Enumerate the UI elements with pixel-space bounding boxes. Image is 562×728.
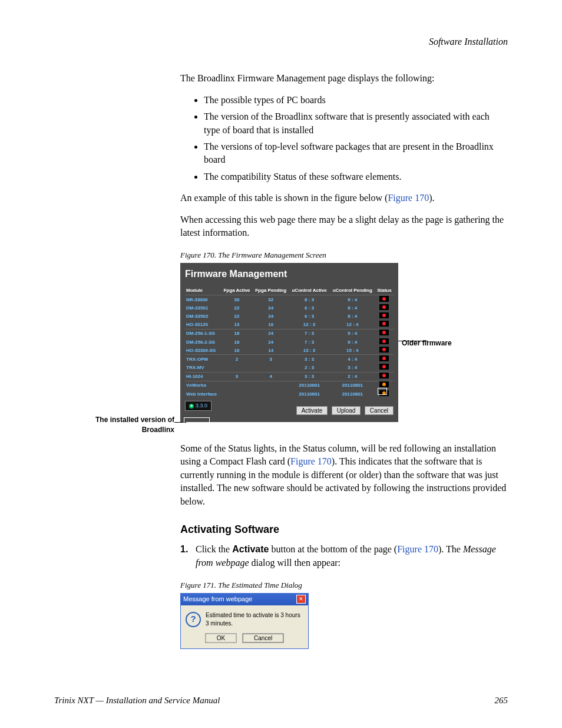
col-fpga-pending: Fpga Pending [253,286,289,295]
status-dot-icon [382,340,386,343]
figure-170-link[interactable]: Figure 170 [290,456,332,466]
status-dot-icon [382,374,386,377]
status-indicator [379,373,389,378]
footer-text: Trinix NXT — Installation and Service Ma… [54,694,220,707]
delay-paragraph: When accessing this web page there may b… [180,213,508,240]
status-dot-icon [382,322,386,325]
callout-installed-version: The installed version of Broadlinx [80,415,174,435]
status-indicator [379,321,389,327]
status-indicator [379,296,389,302]
status-indicator [379,390,389,396]
col-status: Status [375,286,394,295]
table-row: TRX-OPM233 : 34 : 4 [185,355,394,364]
dialog-message: Estimated time to activate is 3 hours 3 … [206,611,303,628]
highlight-box [184,417,210,426]
list-item: The compatibility Status of these softwa… [204,170,508,183]
status-indicator [379,312,389,318]
callout-older-firmware: Older firmware [402,338,496,348]
col-fpga-active: Fpga Active [221,286,252,295]
table-row: NR-3300030328 : 39 : 4 [185,295,394,304]
cancel-button[interactable]: Cancel [365,406,394,415]
table-row: DM-256-2-3G18247 : 39 : 4 [185,338,394,346]
status-dot-icon [382,331,386,334]
intro-paragraph: The Broadlinx Firmware Management page d… [180,72,508,85]
status-indicator [379,338,389,344]
activate-label: Activate [232,544,269,554]
status-dot-icon [382,314,386,317]
status-indicator [379,381,389,387]
status-dot-icon [382,297,386,301]
status-indicator [379,304,389,310]
question-icon: ? [186,612,201,627]
status-dot-icon [382,357,386,360]
dialog-title: Message from webpage [183,595,252,604]
table-row: Web Interface2011080120110801 [185,390,394,398]
firmware-management-panel: Firmware Management Module Fpga Active F… [180,263,398,422]
plus-icon: + [189,404,194,409]
step-number: 1. [180,543,196,569]
status-dot-icon [382,305,386,309]
table-row: DM-256-1-3G18247 : 39 : 4 [185,329,394,338]
col-ucontrol-active: uControl Active [289,286,330,295]
page-number: 265 [495,694,508,707]
example-paragraph: An example of this table is shown in the… [180,192,508,205]
table-row: TRX-MV2 : 33 : 4 [185,364,394,373]
list-item: The versions of top-level software packa… [204,140,508,167]
status-dot-icon [382,391,386,395]
list-item: The possible types of PC boards [204,94,508,107]
panel-title: Firmware Management [185,268,394,281]
col-module: Module [185,286,221,295]
close-icon[interactable]: ✕ [296,595,306,604]
status-indicator [379,364,389,370]
table-row: HO-33300-3G101413 : 315 : 4 [185,346,394,355]
table-row: VxWorks2011080120110801 [185,381,394,390]
figure-171-caption: Figure 171. The Estimated Time Dialog [180,580,508,591]
message-dialog: Message from webpage ✕ ? Estimated time … [180,593,309,648]
running-header: Software Installation [54,35,508,48]
status-indicator [379,330,389,335]
version-badge: +3.3.0 [185,401,211,411]
table-row: HI-1024343 : 32 : 4 [185,372,394,381]
activating-software-heading: Activating Software [180,522,508,537]
status-dot-icon [382,383,386,386]
callout-line [174,422,186,423]
figure-170-link[interactable]: Figure 170 [397,544,438,554]
status-indicator [379,347,389,353]
dialog-ok-button[interactable]: OK [206,634,236,643]
firmware-table: Module Fpga Active Fpga Pending uControl… [185,286,394,398]
step-1-text: Click the Activate button at the bottom … [196,543,508,569]
status-dot-icon [382,348,386,351]
figure-170-link[interactable]: Figure 170 [388,193,429,203]
table-row: DM-3350222246 : 38 : 4 [185,312,394,320]
figure-170-caption: Figure 170. The Firmware Management Scre… [180,250,508,261]
col-ucontrol-pending: uControl Pending [330,286,375,295]
features-list: The possible types of PC boards The vers… [180,94,508,183]
dialog-cancel-button[interactable]: Cancel [243,634,283,643]
status-dot-icon [382,365,386,368]
status-paragraph: Some of the Status lights, in the Status… [180,442,508,508]
table-row: DM-3350122246 : 38 : 4 [185,304,394,312]
activate-button[interactable]: Activate [296,406,328,415]
table-row: HO-33120131612 : 312 : 4 [185,321,394,330]
list-item: The version of the Broadlinx software th… [204,110,508,137]
upload-button[interactable]: Upload [332,406,361,415]
status-indicator [379,355,389,361]
